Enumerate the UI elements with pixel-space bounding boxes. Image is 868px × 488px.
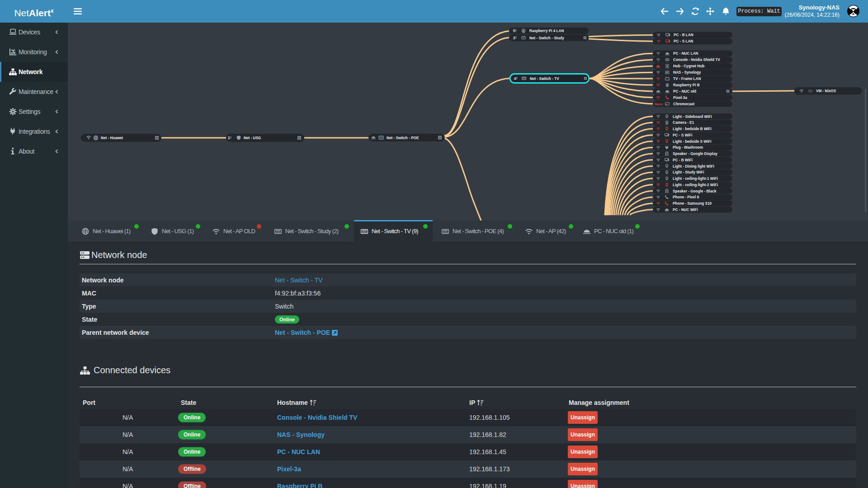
svg-text:None: None <box>655 102 663 106</box>
svg-text:Speaker - Google - Black: Speaker - Google - Black <box>673 189 717 193</box>
svg-text:4: 4 <box>514 76 516 81</box>
svg-text:Phone - Samsung S10: Phone - Samsung S10 <box>673 202 712 206</box>
svg-text:Camera - E1: Camera - E1 <box>673 121 694 125</box>
svg-text:Light - Dining light WiFi: Light - Dining light WiFi <box>673 164 714 169</box>
svg-text:PC - S LAN: PC - S LAN <box>674 39 693 43</box>
svg-text:VM - NixOS: VM - NixOS <box>816 89 836 93</box>
svg-text:Phone - Pixel 6: Phone - Pixel 6 <box>673 195 699 199</box>
svg-text:Light - Sideboard WiFi: Light - Sideboard WiFi <box>673 115 712 119</box>
svg-text:PC - NUC WiFi: PC - NUC WiFi <box>673 208 698 212</box>
svg-text:PC - NUC old: PC - NUC old <box>673 89 696 94</box>
svg-text:PC - B WiFi: PC - B WiFi <box>673 158 693 162</box>
svg-text:PC - B LAN: PC - B LAN <box>674 33 693 37</box>
svg-text:Plug - Washroom: Plug - Washroom <box>673 145 703 150</box>
svg-text:Net - Switch - TV: Net - Switch - TV <box>530 77 559 81</box>
svg-text:3: 3 <box>513 36 515 40</box>
svg-text:PC - NUC LAN: PC - NUC LAN <box>673 52 698 56</box>
svg-text:Hub - Cygnet Hub: Hub - Cygnet Hub <box>673 64 704 68</box>
svg-text:Net - Huawei: Net - Huawei <box>101 136 123 140</box>
svg-text:1: 1 <box>228 136 230 140</box>
svg-text:Light - bedside B WiFi: Light - bedside B WiFi <box>673 127 712 131</box>
svg-text:TV - Frame LAN: TV - Frame LAN <box>673 77 701 81</box>
svg-text:Console - Nvidia Shield TV: Console - Nvidia Shield TV <box>673 58 720 62</box>
svg-text:Net - Switch - POE: Net - Switch - POE <box>387 136 419 140</box>
svg-text:Light - bedside S WiFi: Light - bedside S WiFi <box>673 140 711 144</box>
svg-text:Chromecast: Chromecast <box>673 102 695 106</box>
svg-text:NAS - Synology: NAS - Synology <box>673 70 701 75</box>
svg-text:PC - S WiFi: PC - S WiFi <box>673 133 693 137</box>
svg-text:Raspberry Pi 4 LAN: Raspberry Pi 4 LAN <box>529 29 564 33</box>
svg-text:Raspberry Pi B: Raspberry Pi B <box>673 83 700 87</box>
svg-text:Net - Switch - Study: Net - Switch - Study <box>529 36 564 40</box>
svg-text:Speaker - Google Display: Speaker - Google Display <box>673 152 717 156</box>
svg-text:5: 5 <box>513 28 515 33</box>
svg-text:Light - ceiling-light-1 WiFi: Light - ceiling-light-1 WiFi <box>673 177 718 181</box>
svg-text:Light - Study WiFi: Light - Study WiFi <box>673 170 704 174</box>
svg-text:Pixel-3a: Pixel-3a <box>673 96 687 100</box>
svg-text:Light - ceiling-light-2 WiFi: Light - ceiling-light-2 WiFi <box>673 183 718 187</box>
svg-text:Net - USG: Net - USG <box>244 136 261 140</box>
